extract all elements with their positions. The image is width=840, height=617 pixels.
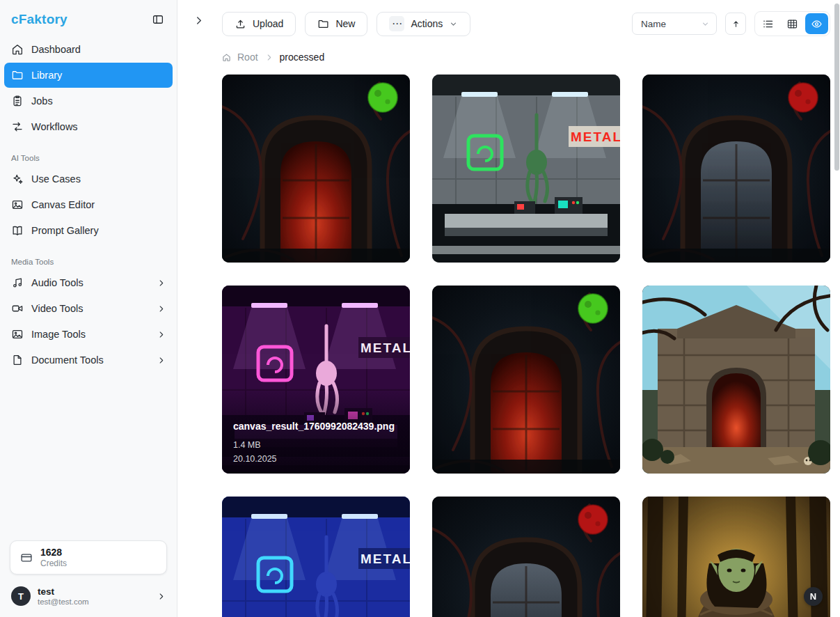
svg-text:METAL: METAL — [360, 552, 410, 566]
sidebar-item-use-cases[interactable]: Use Cases — [4, 166, 173, 192]
eye-icon — [811, 18, 823, 30]
sidebar-item-prompt-gallery[interactable]: Prompt Gallery — [4, 218, 173, 243]
chevron-down-icon — [449, 19, 458, 29]
user-menu[interactable]: T test test@test.com — [10, 585, 167, 610]
sidebar-item-audio-tools[interactable]: Audio Tools — [4, 270, 173, 295]
sidebar-header: cFaktory — [0, 0, 177, 37]
upload-label: Upload — [253, 18, 283, 29]
door-red-thumbnail — [432, 497, 620, 617]
breadcrumb-root[interactable]: Root — [237, 52, 258, 63]
panel-expand-button[interactable] — [193, 15, 205, 26]
file-card[interactable]: METAL — [432, 75, 620, 263]
nav-label: Use Cases — [31, 173, 81, 185]
file-grid: METAL METAL canvas_result_1760992082439.… — [222, 75, 830, 617]
chevron-right-icon — [157, 356, 166, 365]
panel-icon — [152, 13, 164, 26]
breadcrumb: Root processed — [222, 52, 830, 63]
app-logo: cFaktory — [11, 12, 68, 27]
section-media-tools: Media Tools — [11, 258, 166, 266]
nav-label: Library — [31, 70, 62, 81]
door-green-thumbnail — [222, 75, 410, 263]
sidebar-item-dashboard[interactable]: Dashboard — [4, 37, 173, 62]
file-card[interactable] — [642, 286, 830, 474]
chevron-right-icon — [157, 592, 166, 601]
nav-label: Audio Tools — [31, 277, 84, 288]
actions-button[interactable]: ⋯ Actions — [377, 12, 470, 36]
ruins-thumbnail — [642, 286, 830, 474]
file-card[interactable]: METAL — [222, 497, 410, 617]
toolbar-right: Name — [632, 11, 830, 36]
metal-gray-thumbnail: METAL — [432, 75, 620, 263]
file-card[interactable]: METAL canvas_result_1760992082439.png1.4… — [222, 286, 410, 474]
scrollbar[interactable] — [834, 0, 839, 617]
view-switcher — [754, 11, 830, 36]
section-ai-tools: AI Tools — [11, 154, 166, 162]
file-meta-overlay: canvas_result_1760992082439.png1.4 MB20.… — [222, 286, 410, 474]
chevron-right-icon — [157, 304, 166, 313]
library-page: Upload New ⋯ Actions Name — [177, 0, 840, 617]
sort-direction-button[interactable] — [725, 13, 746, 35]
document-icon — [11, 354, 24, 366]
breadcrumb-current: processed — [280, 52, 325, 63]
sidebar-item-jobs[interactable]: Jobs — [4, 88, 173, 114]
file-card[interactable] — [642, 75, 830, 263]
workflow-icon — [11, 120, 24, 133]
grid-view-button[interactable] — [781, 13, 804, 34]
chevron-right-icon — [264, 53, 274, 62]
sidebar-toggle-button[interactable] — [150, 12, 166, 27]
nav-label: Jobs — [31, 95, 53, 107]
door-red-thumbnail — [642, 75, 830, 263]
file-card[interactable] — [432, 286, 620, 474]
file-name: canvas_result_1760992082439.png — [233, 421, 399, 432]
credits-card[interactable]: 1628 Credits — [10, 540, 167, 575]
nav-label: Canvas Editor — [31, 199, 95, 210]
video-icon — [11, 302, 24, 315]
arrow-up-icon — [731, 19, 740, 29]
sidebar: cFaktory Dashboard Library Jobs Workflow… — [0, 0, 177, 617]
grid-icon — [786, 18, 798, 30]
upload-button[interactable]: Upload — [222, 12, 296, 36]
user-email: test@test.com — [38, 598, 89, 606]
file-card[interactable] — [642, 497, 830, 617]
credits-label: Credits — [40, 559, 67, 568]
clipboard-icon — [11, 95, 24, 107]
metal-blue-thumbnail: METAL — [222, 497, 410, 617]
folder-icon — [317, 18, 329, 30]
nav-label: Workflows — [31, 121, 78, 132]
actions-label: Actions — [411, 18, 443, 29]
nav-label: Prompt Gallery — [31, 225, 99, 236]
sidebar-item-image-tools[interactable]: Image Tools — [4, 322, 173, 347]
file-card[interactable] — [432, 497, 620, 617]
new-label: New — [335, 18, 355, 29]
home-icon — [222, 53, 231, 62]
nav-label: Image Tools — [31, 329, 86, 340]
floating-n-badge[interactable]: N — [804, 587, 823, 606]
home-icon — [11, 43, 24, 56]
scrollbar-thumb[interactable] — [834, 3, 839, 171]
door-green-thumbnail — [432, 286, 620, 474]
file-card[interactable] — [222, 75, 410, 263]
list-icon — [762, 18, 774, 30]
list-view-button[interactable] — [756, 13, 779, 34]
main-content: Upload New ⋯ Actions Name — [177, 0, 840, 617]
credit-card-icon — [20, 552, 33, 564]
user-name: test — [38, 586, 89, 597]
sort-field-select[interactable]: Name — [632, 13, 717, 35]
sidebar-nav: Dashboard Library Jobs Workflows AI Tool… — [0, 37, 177, 373]
preview-view-button[interactable] — [805, 13, 828, 34]
chevron-right-icon — [193, 15, 205, 26]
folder-icon — [11, 69, 24, 81]
sidebar-item-canvas-editor[interactable]: Canvas Editor — [4, 192, 173, 217]
sidebar-item-video-tools[interactable]: Video Tools — [4, 296, 173, 321]
sidebar-item-document-tools[interactable]: Document Tools — [4, 347, 173, 373]
sidebar-footer: 1628 Credits T test test@test.com — [0, 540, 177, 617]
music-icon — [11, 276, 24, 289]
image-icon — [11, 198, 24, 211]
credits-amount: 1628 — [40, 547, 67, 558]
sidebar-item-workflows[interactable]: Workflows — [4, 114, 173, 139]
svg-text:METAL: METAL — [571, 130, 620, 144]
sidebar-item-library[interactable]: Library — [4, 63, 173, 88]
upload-icon — [235, 18, 246, 30]
new-button[interactable]: New — [305, 12, 367, 36]
chevron-right-icon — [157, 330, 166, 339]
